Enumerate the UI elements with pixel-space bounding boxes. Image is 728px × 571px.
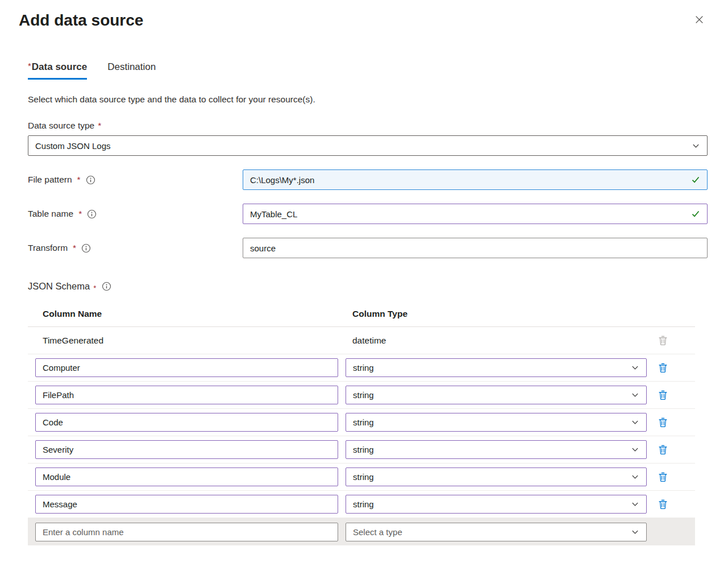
column-type-select[interactable]: string bbox=[346, 495, 647, 514]
transform-input[interactable] bbox=[243, 238, 708, 258]
column-name-header: Column Name bbox=[28, 309, 346, 319]
table-name-row: Table name * bbox=[28, 204, 708, 224]
table-name-input[interactable] bbox=[243, 204, 708, 224]
delete-row-button[interactable] bbox=[655, 415, 671, 430]
tab-destination-label: Destination bbox=[107, 61, 156, 72]
info-icon[interactable] bbox=[81, 243, 91, 253]
column-type-select[interactable]: string bbox=[346, 386, 647, 404]
close-button[interactable] bbox=[691, 11, 708, 28]
new-column-type-select[interactable]: Select a type bbox=[346, 523, 647, 541]
required-marker: * bbox=[77, 175, 81, 185]
json-schema-label: JSON Schema bbox=[28, 281, 90, 292]
file-pattern-input-wrap bbox=[243, 169, 708, 190]
required-marker: * bbox=[28, 61, 31, 71]
transform-input-wrap bbox=[243, 238, 708, 258]
trash-icon bbox=[658, 335, 668, 346]
column-type-select[interactable]: string bbox=[346, 440, 647, 459]
description-text: Select which data source type and the da… bbox=[28, 94, 708, 105]
chevron-down-icon bbox=[631, 445, 639, 454]
data-source-type-value: Custom JSON Logs bbox=[35, 141, 111, 151]
chevron-down-icon bbox=[631, 500, 639, 508]
panel-header: Add data source bbox=[19, 7, 708, 30]
column-type-value: datetime bbox=[346, 336, 654, 346]
delete-row-button[interactable] bbox=[655, 469, 671, 485]
data-source-type-label: Data source type bbox=[28, 121, 94, 131]
column-name-input[interactable] bbox=[35, 413, 338, 432]
table-row: string bbox=[28, 382, 695, 409]
table-row: string bbox=[28, 464, 695, 491]
panel-content: *Data source Destination Select which da… bbox=[19, 61, 708, 545]
column-name-input[interactable] bbox=[35, 440, 338, 459]
schema-rows-container: string string bbox=[28, 354, 695, 518]
trash-icon bbox=[658, 390, 668, 400]
delete-row-button[interactable] bbox=[655, 442, 671, 457]
column-name-input[interactable] bbox=[35, 358, 338, 377]
file-pattern-label: File pattern bbox=[28, 175, 72, 185]
file-pattern-label-group: File pattern * bbox=[28, 175, 243, 185]
table-name-input-wrap bbox=[243, 204, 708, 224]
add-data-source-panel: Add data source *Data source Destination… bbox=[0, 0, 728, 568]
column-name-input[interactable] bbox=[35, 495, 338, 514]
chevron-down-icon bbox=[631, 528, 639, 536]
delete-row-button[interactable] bbox=[655, 360, 671, 375]
trash-icon bbox=[658, 417, 668, 428]
trash-icon bbox=[658, 362, 668, 373]
column-type-header: Column Type bbox=[346, 309, 654, 319]
chevron-down-icon bbox=[631, 363, 639, 372]
tab-bar: *Data source Destination bbox=[28, 61, 708, 80]
new-column-name-input[interactable] bbox=[35, 523, 338, 541]
column-type-value: string bbox=[353, 472, 374, 482]
data-source-type-label-row: Data source type * bbox=[28, 121, 708, 131]
column-name-input[interactable] bbox=[35, 386, 338, 404]
new-column-row: Select a type bbox=[28, 518, 695, 545]
info-icon[interactable] bbox=[102, 282, 111, 291]
delete-row-button bbox=[655, 333, 671, 348]
transform-row: Transform * bbox=[28, 238, 708, 258]
tab-data-source[interactable]: *Data source bbox=[28, 61, 87, 80]
chevron-down-icon bbox=[631, 391, 639, 399]
chevron-down-icon bbox=[631, 418, 639, 427]
close-icon bbox=[694, 15, 704, 24]
delete-row-button[interactable] bbox=[655, 496, 671, 512]
trash-icon bbox=[658, 499, 668, 510]
table-row-timegenerated: TimeGenerated datetime bbox=[28, 327, 695, 354]
required-marker: * bbox=[98, 121, 101, 131]
trash-icon bbox=[658, 471, 668, 482]
transform-label-group: Transform * bbox=[28, 243, 243, 253]
file-pattern-input[interactable] bbox=[243, 169, 708, 190]
new-column-type-placeholder: Select a type bbox=[353, 527, 402, 537]
chevron-down-icon bbox=[692, 142, 700, 150]
transform-label: Transform bbox=[28, 243, 68, 253]
json-schema-label-row: JSON Schema * bbox=[28, 281, 708, 292]
info-icon[interactable] bbox=[87, 209, 97, 219]
delete-row-button[interactable] bbox=[655, 387, 671, 403]
schema-table: Column Name Column Type TimeGenerated da… bbox=[28, 301, 695, 545]
info-icon[interactable] bbox=[86, 175, 95, 185]
column-name-value: TimeGenerated bbox=[28, 336, 346, 346]
valid-check-icon bbox=[691, 209, 700, 218]
table-row: string bbox=[28, 409, 695, 436]
required-marker: * bbox=[93, 284, 96, 292]
valid-check-icon bbox=[691, 175, 700, 184]
tab-destination[interactable]: Destination bbox=[107, 61, 156, 80]
column-type-value: string bbox=[353, 390, 374, 400]
column-type-value: string bbox=[353, 417, 374, 427]
page-title: Add data source bbox=[19, 11, 143, 30]
table-name-label-group: Table name * bbox=[28, 209, 243, 219]
required-marker: * bbox=[73, 243, 76, 253]
column-type-value: string bbox=[353, 499, 374, 509]
column-type-select[interactable]: string bbox=[346, 413, 647, 432]
required-marker: * bbox=[78, 209, 82, 219]
trash-icon bbox=[658, 444, 668, 455]
tab-data-source-label: Data source bbox=[32, 61, 87, 72]
data-source-type-select[interactable]: Custom JSON Logs bbox=[28, 135, 708, 156]
chevron-down-icon bbox=[631, 473, 639, 481]
table-row: string bbox=[28, 436, 695, 464]
table-row: string bbox=[28, 491, 695, 518]
column-type-value: string bbox=[353, 445, 374, 454]
column-type-select[interactable]: string bbox=[346, 467, 647, 486]
schema-table-header: Column Name Column Type bbox=[28, 301, 695, 327]
column-type-select[interactable]: string bbox=[346, 358, 647, 377]
column-name-input[interactable] bbox=[35, 467, 338, 486]
column-type-value: string bbox=[353, 363, 374, 373]
